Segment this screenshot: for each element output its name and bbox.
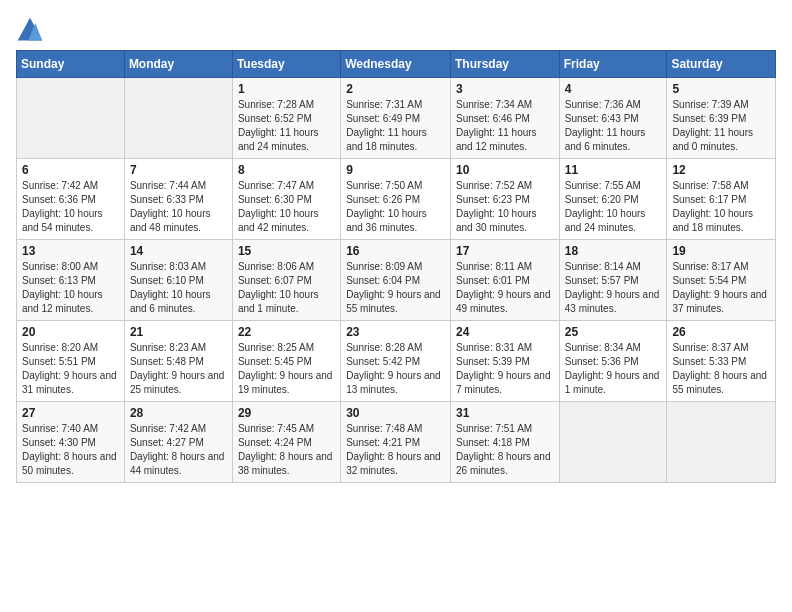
day-number: 19 [672, 244, 770, 258]
page-header [16, 16, 776, 44]
day-info: Sunrise: 7:40 AMSunset: 4:30 PMDaylight:… [22, 422, 119, 478]
day-info: Sunrise: 7:36 AMSunset: 6:43 PMDaylight:… [565, 98, 662, 154]
day-number: 13 [22, 244, 119, 258]
calendar-cell: 10Sunrise: 7:52 AMSunset: 6:23 PMDayligh… [450, 159, 559, 240]
calendar-cell: 7Sunrise: 7:44 AMSunset: 6:33 PMDaylight… [124, 159, 232, 240]
weekday-header: Thursday [450, 51, 559, 78]
calendar-cell: 25Sunrise: 8:34 AMSunset: 5:36 PMDayligh… [559, 321, 667, 402]
calendar-cell: 27Sunrise: 7:40 AMSunset: 4:30 PMDayligh… [17, 402, 125, 483]
day-info: Sunrise: 8:14 AMSunset: 5:57 PMDaylight:… [565, 260, 662, 316]
day-number: 18 [565, 244, 662, 258]
calendar-cell: 21Sunrise: 8:23 AMSunset: 5:48 PMDayligh… [124, 321, 232, 402]
weekday-header: Friday [559, 51, 667, 78]
day-info: Sunrise: 8:03 AMSunset: 6:10 PMDaylight:… [130, 260, 227, 316]
day-number: 27 [22, 406, 119, 420]
calendar-cell: 28Sunrise: 7:42 AMSunset: 4:27 PMDayligh… [124, 402, 232, 483]
day-info: Sunrise: 7:39 AMSunset: 6:39 PMDaylight:… [672, 98, 770, 154]
day-number: 26 [672, 325, 770, 339]
logo-icon [16, 16, 44, 44]
calendar-week-row: 13Sunrise: 8:00 AMSunset: 6:13 PMDayligh… [17, 240, 776, 321]
day-info: Sunrise: 8:25 AMSunset: 5:45 PMDaylight:… [238, 341, 335, 397]
day-number: 20 [22, 325, 119, 339]
day-info: Sunrise: 8:00 AMSunset: 6:13 PMDaylight:… [22, 260, 119, 316]
day-number: 14 [130, 244, 227, 258]
day-number: 2 [346, 82, 445, 96]
calendar-cell [124, 78, 232, 159]
day-info: Sunrise: 7:51 AMSunset: 4:18 PMDaylight:… [456, 422, 554, 478]
day-number: 29 [238, 406, 335, 420]
day-info: Sunrise: 7:42 AMSunset: 4:27 PMDaylight:… [130, 422, 227, 478]
day-info: Sunrise: 8:34 AMSunset: 5:36 PMDaylight:… [565, 341, 662, 397]
day-number: 25 [565, 325, 662, 339]
day-number: 21 [130, 325, 227, 339]
day-info: Sunrise: 7:48 AMSunset: 4:21 PMDaylight:… [346, 422, 445, 478]
calendar-cell: 23Sunrise: 8:28 AMSunset: 5:42 PMDayligh… [341, 321, 451, 402]
day-number: 30 [346, 406, 445, 420]
day-info: Sunrise: 8:06 AMSunset: 6:07 PMDaylight:… [238, 260, 335, 316]
day-info: Sunrise: 8:09 AMSunset: 6:04 PMDaylight:… [346, 260, 445, 316]
day-number: 15 [238, 244, 335, 258]
day-number: 16 [346, 244, 445, 258]
day-number: 5 [672, 82, 770, 96]
day-info: Sunrise: 8:17 AMSunset: 5:54 PMDaylight:… [672, 260, 770, 316]
logo [16, 16, 48, 44]
day-number: 10 [456, 163, 554, 177]
calendar-cell [17, 78, 125, 159]
calendar: SundayMondayTuesdayWednesdayThursdayFrid… [16, 50, 776, 483]
day-info: Sunrise: 7:55 AMSunset: 6:20 PMDaylight:… [565, 179, 662, 235]
weekday-header: Tuesday [232, 51, 340, 78]
calendar-cell: 20Sunrise: 8:20 AMSunset: 5:51 PMDayligh… [17, 321, 125, 402]
day-number: 7 [130, 163, 227, 177]
calendar-cell: 12Sunrise: 7:58 AMSunset: 6:17 PMDayligh… [667, 159, 776, 240]
calendar-cell: 30Sunrise: 7:48 AMSunset: 4:21 PMDayligh… [341, 402, 451, 483]
weekday-header: Wednesday [341, 51, 451, 78]
calendar-cell: 24Sunrise: 8:31 AMSunset: 5:39 PMDayligh… [450, 321, 559, 402]
day-number: 23 [346, 325, 445, 339]
calendar-week-row: 20Sunrise: 8:20 AMSunset: 5:51 PMDayligh… [17, 321, 776, 402]
calendar-cell: 17Sunrise: 8:11 AMSunset: 6:01 PMDayligh… [450, 240, 559, 321]
day-info: Sunrise: 7:31 AMSunset: 6:49 PMDaylight:… [346, 98, 445, 154]
calendar-cell: 8Sunrise: 7:47 AMSunset: 6:30 PMDaylight… [232, 159, 340, 240]
calendar-cell: 6Sunrise: 7:42 AMSunset: 6:36 PMDaylight… [17, 159, 125, 240]
day-number: 31 [456, 406, 554, 420]
day-number: 8 [238, 163, 335, 177]
day-number: 22 [238, 325, 335, 339]
day-number: 24 [456, 325, 554, 339]
weekday-header: Monday [124, 51, 232, 78]
day-info: Sunrise: 7:28 AMSunset: 6:52 PMDaylight:… [238, 98, 335, 154]
day-number: 11 [565, 163, 662, 177]
calendar-week-row: 27Sunrise: 7:40 AMSunset: 4:30 PMDayligh… [17, 402, 776, 483]
day-number: 17 [456, 244, 554, 258]
calendar-cell: 2Sunrise: 7:31 AMSunset: 6:49 PMDaylight… [341, 78, 451, 159]
calendar-cell: 22Sunrise: 8:25 AMSunset: 5:45 PMDayligh… [232, 321, 340, 402]
calendar-cell: 3Sunrise: 7:34 AMSunset: 6:46 PMDaylight… [450, 78, 559, 159]
calendar-cell: 11Sunrise: 7:55 AMSunset: 6:20 PMDayligh… [559, 159, 667, 240]
day-info: Sunrise: 7:45 AMSunset: 4:24 PMDaylight:… [238, 422, 335, 478]
day-info: Sunrise: 7:44 AMSunset: 6:33 PMDaylight:… [130, 179, 227, 235]
day-info: Sunrise: 7:47 AMSunset: 6:30 PMDaylight:… [238, 179, 335, 235]
calendar-cell: 13Sunrise: 8:00 AMSunset: 6:13 PMDayligh… [17, 240, 125, 321]
day-info: Sunrise: 8:31 AMSunset: 5:39 PMDaylight:… [456, 341, 554, 397]
day-number: 3 [456, 82, 554, 96]
day-number: 12 [672, 163, 770, 177]
calendar-cell: 15Sunrise: 8:06 AMSunset: 6:07 PMDayligh… [232, 240, 340, 321]
calendar-cell: 1Sunrise: 7:28 AMSunset: 6:52 PMDaylight… [232, 78, 340, 159]
calendar-cell: 31Sunrise: 7:51 AMSunset: 4:18 PMDayligh… [450, 402, 559, 483]
day-info: Sunrise: 7:52 AMSunset: 6:23 PMDaylight:… [456, 179, 554, 235]
day-number: 1 [238, 82, 335, 96]
day-number: 28 [130, 406, 227, 420]
day-info: Sunrise: 8:23 AMSunset: 5:48 PMDaylight:… [130, 341, 227, 397]
day-info: Sunrise: 7:58 AMSunset: 6:17 PMDaylight:… [672, 179, 770, 235]
weekday-header: Sunday [17, 51, 125, 78]
day-number: 4 [565, 82, 662, 96]
day-number: 9 [346, 163, 445, 177]
calendar-cell: 9Sunrise: 7:50 AMSunset: 6:26 PMDaylight… [341, 159, 451, 240]
calendar-cell: 16Sunrise: 8:09 AMSunset: 6:04 PMDayligh… [341, 240, 451, 321]
day-info: Sunrise: 7:34 AMSunset: 6:46 PMDaylight:… [456, 98, 554, 154]
calendar-cell [667, 402, 776, 483]
weekday-header: Saturday [667, 51, 776, 78]
calendar-cell: 18Sunrise: 8:14 AMSunset: 5:57 PMDayligh… [559, 240, 667, 321]
day-info: Sunrise: 8:28 AMSunset: 5:42 PMDaylight:… [346, 341, 445, 397]
day-info: Sunrise: 7:50 AMSunset: 6:26 PMDaylight:… [346, 179, 445, 235]
day-info: Sunrise: 8:20 AMSunset: 5:51 PMDaylight:… [22, 341, 119, 397]
